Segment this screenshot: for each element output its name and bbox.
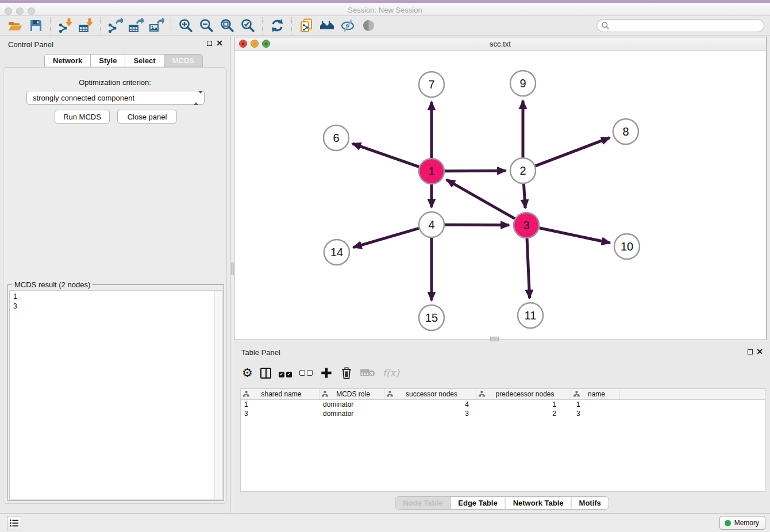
network-graph[interactable]: 7968124314101511: [234, 51, 766, 340]
column-header-shared-name[interactable]: shared name: [241, 389, 319, 399]
close-panel-icon[interactable]: ✕: [216, 38, 223, 48]
unselect-all-columns-icon[interactable]: [299, 364, 313, 381]
table-settings-icon[interactable]: ⚙: [242, 364, 253, 381]
result-scrollbar[interactable]: [214, 291, 222, 499]
home-network-icon[interactable]: [317, 17, 337, 34]
tab-network-table[interactable]: Network Table: [506, 497, 572, 509]
export-network-icon[interactable]: [105, 17, 125, 34]
edge-3-10[interactable]: [540, 228, 610, 243]
cell[interactable]: dominator: [319, 400, 384, 408]
optimization-criterion-label: Optimization criterion:: [3, 78, 226, 87]
edge-1-6[interactable]: [352, 144, 419, 167]
cell[interactable]: 4: [384, 400, 476, 408]
column-header-successor-nodes[interactable]: successor nodes: [384, 389, 476, 399]
tab-style[interactable]: Style: [91, 54, 125, 67]
edge-4-3[interactable]: [445, 225, 509, 225]
preview-eye-icon[interactable]: [358, 17, 379, 34]
cell[interactable]: 3: [241, 410, 319, 418]
edge-1-2[interactable]: [445, 171, 506, 171]
edge-3-1[interactable]: [446, 180, 515, 219]
import-network-icon[interactable]: [55, 17, 75, 34]
search-box[interactable]: [596, 19, 764, 32]
zoom-in-icon[interactable]: [175, 17, 196, 34]
search-input[interactable]: [610, 20, 764, 31]
edge-3-11[interactable]: [527, 238, 530, 298]
svg-text:9: 9: [519, 77, 526, 90]
column-header-name[interactable]: name: [571, 389, 619, 399]
vizmapper-toggle-icon[interactable]: [337, 17, 358, 34]
zoom-fit-icon[interactable]: [217, 17, 237, 34]
save-session-icon[interactable]: [25, 17, 46, 34]
column-header-predecessor-nodes[interactable]: predecessor nodes: [476, 389, 571, 399]
mcds-result-groupbox: MCDS result (2 nodes) 13: [7, 284, 224, 501]
export-image-icon[interactable]: [146, 17, 167, 34]
node-14[interactable]: 14: [324, 240, 349, 265]
ndex-import-icon[interactable]: [296, 17, 317, 34]
memory-button[interactable]: Memory: [719, 516, 765, 530]
node-4[interactable]: 4: [419, 212, 444, 237]
edge-2-8[interactable]: [536, 138, 610, 166]
tab-node-table[interactable]: Node Table: [395, 497, 451, 509]
tab-mcds[interactable]: MCDS: [164, 54, 203, 67]
open-session-icon[interactable]: [5, 17, 25, 34]
cell[interactable]: 1: [571, 400, 619, 408]
network-window-titlebar[interactable]: × – + scc.txt: [234, 37, 766, 51]
node-table[interactable]: shared nameMCDS rolesuccessor nodesprede…: [240, 388, 765, 492]
float-panel-icon[interactable]: [207, 41, 212, 46]
mcds-result-area: 13: [9, 290, 222, 499]
close-table-panel-icon[interactable]: ✕: [756, 346, 763, 357]
node-10[interactable]: 10: [614, 234, 640, 259]
tab-network[interactable]: Network: [44, 54, 91, 67]
table-panel-title: Table Panel: [241, 348, 280, 357]
close-panel-button[interactable]: Close panel: [117, 110, 177, 124]
cell[interactable]: dominator: [319, 410, 384, 418]
node-9[interactable]: 9: [510, 71, 536, 96]
column-header-MCDS-role[interactable]: MCDS role: [319, 389, 384, 399]
refresh-network-icon[interactable]: [267, 17, 287, 34]
node-11[interactable]: 11: [518, 303, 543, 328]
table-row[interactable]: 1dominator411: [241, 400, 765, 409]
run-mcds-button[interactable]: Run MCDS: [55, 110, 110, 124]
network-canvas[interactable]: 7968124314101511: [234, 51, 766, 340]
node-6[interactable]: 6: [324, 125, 349, 151]
table-header-row: shared nameMCDS rolesuccessor nodesprede…: [241, 389, 765, 400]
toolbar-separator: [100, 17, 101, 34]
svg-text:6: 6: [333, 132, 339, 144]
zoom-out-icon[interactable]: [196, 17, 217, 34]
svg-text:11: 11: [525, 309, 537, 322]
delete-column-icon[interactable]: [340, 364, 353, 381]
node-7[interactable]: 7: [419, 72, 444, 97]
cell[interactable]: 2: [476, 410, 571, 418]
result-line: 3: [13, 302, 17, 311]
float-table-panel-icon[interactable]: [748, 349, 753, 354]
zoom-selected-icon[interactable]: [237, 17, 258, 34]
tab-motifs[interactable]: Motifs: [572, 497, 609, 509]
cell[interactable]: 3: [384, 410, 476, 418]
node-15[interactable]: 15: [419, 305, 444, 330]
criterion-select[interactable]: strongly connected component: [26, 91, 205, 105]
task-history-button[interactable]: [7, 516, 21, 530]
node-3[interactable]: 3: [514, 213, 539, 238]
select-all-columns-icon[interactable]: ✓✓: [279, 364, 292, 381]
cell[interactable]: 1: [241, 400, 319, 408]
node-1[interactable]: 1: [419, 159, 444, 184]
export-table-icon[interactable]: [125, 17, 146, 34]
edge-2-3[interactable]: [523, 184, 525, 208]
cell[interactable]: 1: [476, 400, 571, 408]
import-table-icon[interactable]: [75, 17, 96, 34]
control-panel-header: Control Panel ✕: [0, 36, 230, 53]
control-panel: Control Panel ✕ NetworkStyleSelectMCDS O…: [0, 36, 230, 513]
vertical-splitter[interactable]: [230, 36, 234, 513]
edge-4-14[interactable]: [353, 228, 419, 247]
node-8[interactable]: 8: [613, 119, 638, 144]
tab-edge-table[interactable]: Edge Table: [451, 497, 505, 509]
show-columns-icon[interactable]: [260, 364, 271, 381]
node-2[interactable]: 2: [510, 158, 536, 183]
add-column-icon[interactable]: [320, 364, 333, 381]
memory-label: Memory: [734, 519, 759, 527]
criterion-value: strongly connected component: [33, 94, 134, 102]
cell[interactable]: 3: [571, 410, 619, 418]
table-row[interactable]: 3dominator323: [241, 409, 765, 418]
horizontal-splitter-grip[interactable]: [490, 337, 499, 341]
tab-select[interactable]: Select: [125, 54, 164, 67]
